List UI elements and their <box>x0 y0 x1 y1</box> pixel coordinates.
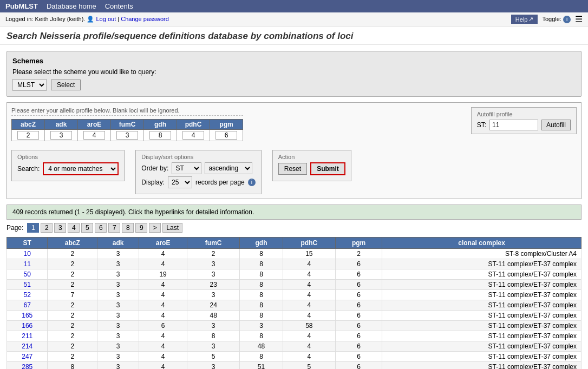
cell-st-6[interactable]: 165 <box>7 311 48 321</box>
contents-link[interactable]: Contents <box>105 2 133 10</box>
st-link-11[interactable]: 285 <box>22 363 32 369</box>
cell-pdhC-6: 4 <box>283 311 335 321</box>
select-scheme-button[interactable]: Select <box>51 80 81 90</box>
page-button-3[interactable]: 3 <box>54 223 66 233</box>
autofill-title: Autofill profile <box>477 111 571 117</box>
cell-aroE-11: 4 <box>139 362 187 370</box>
cell-st-10[interactable]: 247 <box>7 352 48 362</box>
database-home-link[interactable]: Database home <box>47 2 96 10</box>
cell-abcZ-4: 7 <box>48 290 97 300</box>
page-button-1[interactable]: 1 <box>27 223 39 233</box>
page-next-button[interactable]: > <box>149 223 161 233</box>
cell-pdhC-1: 4 <box>283 259 335 269</box>
st-input[interactable] <box>489 120 538 130</box>
options-group: Options Search: 4 or more matches exact … <box>11 150 125 181</box>
cell-pdhC-8: 4 <box>283 331 335 341</box>
page-button-5[interactable]: 5 <box>81 223 93 233</box>
page-button-4[interactable]: 4 <box>68 223 80 233</box>
table-row: 16523448846ST-11 complex/ET-37 complex <box>7 311 582 321</box>
cell-st-3[interactable]: 51 <box>7 280 48 290</box>
locus-header-adk: adk <box>45 120 78 130</box>
cell-st-8[interactable]: 211 <box>7 331 48 341</box>
results-info: 409 records returned (1 - 25 displayed).… <box>6 205 582 220</box>
allele-aroE-input[interactable] <box>83 131 105 140</box>
st-link-8[interactable]: 211 <box>22 332 32 340</box>
submit-button[interactable]: Submit <box>310 162 345 175</box>
cell-pgm-11: 6 <box>335 362 382 370</box>
allele-abcZ-input[interactable] <box>17 131 39 140</box>
st-link-6[interactable]: 165 <box>22 312 32 319</box>
st-link-2[interactable]: 50 <box>24 271 31 278</box>
order-dropdown[interactable]: ST abcZ adk aroE fumC gdh pdhC pgm <box>172 162 201 174</box>
locus-header-fumC: fumC <box>111 120 144 130</box>
st-link-7[interactable]: 166 <box>22 322 32 330</box>
allele-gdh-input[interactable] <box>149 131 171 140</box>
col-header-clonal: clonal complex <box>382 238 582 249</box>
cell-gdh-2: 8 <box>240 269 283 280</box>
cell-fumC-8: 8 <box>187 331 240 341</box>
pubmlst-logo[interactable]: PubMLST <box>5 2 38 10</box>
cell-clonal-4: ST-11 complex/ET-37 complex <box>382 290 582 300</box>
direction-dropdown[interactable]: ascending descending <box>205 162 252 174</box>
cell-pdhC-7: 58 <box>283 321 335 331</box>
cell-abcZ-11: 8 <box>48 362 97 370</box>
col-header-abcZ: abcZ <box>48 238 97 249</box>
cell-pdhC-11: 5 <box>283 362 335 370</box>
logout-link[interactable]: Log out <box>96 16 116 22</box>
cell-abcZ-1: 2 <box>48 259 97 269</box>
login-bar-right: Help ↗ Toggle: i ☰ <box>511 14 583 24</box>
table-row: 2472345846ST-11 complex/ET-37 complex <box>7 352 582 362</box>
autofill-button[interactable]: Autofill <box>541 120 571 130</box>
per-page-info-icon[interactable]: i <box>248 179 256 186</box>
cell-fumC-6: 48 <box>187 311 240 321</box>
cell-aroE-9: 4 <box>139 341 187 352</box>
cell-st-2[interactable]: 50 <box>7 269 48 280</box>
st-link-1[interactable]: 11 <box>24 260 31 268</box>
scheme-dropdown[interactable]: MLST <box>12 79 47 91</box>
page-last-button[interactable]: Last <box>162 223 182 233</box>
cell-pdhC-2: 4 <box>283 269 335 280</box>
cell-fumC-9: 3 <box>187 341 240 352</box>
cell-st-9[interactable]: 214 <box>7 341 48 352</box>
allele-fumC-input[interactable] <box>116 131 138 140</box>
cell-st-1[interactable]: 11 <box>7 259 48 269</box>
reset-button[interactable]: Reset <box>278 163 307 175</box>
cell-st-7[interactable]: 166 <box>7 321 48 331</box>
search-dropdown[interactable]: 4 or more matches exact match 1 or more … <box>43 162 119 175</box>
page-button-7[interactable]: 7 <box>108 223 120 233</box>
cell-st-0[interactable]: 10 <box>7 249 48 259</box>
st-link-4[interactable]: 52 <box>24 291 31 299</box>
allele-adk-input[interactable] <box>50 131 72 140</box>
st-link-9[interactable]: 214 <box>22 342 32 350</box>
allele-pgm-input[interactable] <box>215 131 237 140</box>
cell-st-5[interactable]: 67 <box>7 300 48 311</box>
st-link-5[interactable]: 67 <box>24 301 31 309</box>
cell-aroE-7: 6 <box>139 321 187 331</box>
info-icon[interactable]: i <box>563 16 571 23</box>
search-label: Search: <box>17 165 40 173</box>
page-button-8[interactable]: 8 <box>122 223 134 233</box>
change-password-link[interactable]: Change password <box>121 16 169 22</box>
st-label: ST: <box>477 121 486 129</box>
hamburger-icon[interactable]: ☰ <box>575 14 583 24</box>
cell-st-4[interactable]: 52 <box>7 290 48 300</box>
cell-pdhC-0: 15 <box>283 249 335 259</box>
schemes-title: Schemes <box>12 57 576 65</box>
allele-pdhC-input[interactable] <box>182 131 204 140</box>
cell-pdhC-10: 4 <box>283 352 335 362</box>
st-link-0[interactable]: 10 <box>24 250 31 258</box>
page-button-6[interactable]: 6 <box>95 223 107 233</box>
login-info: Logged in: Keith Jolley (keith). 👤 Log o… <box>5 16 169 23</box>
cell-aroE-3: 4 <box>139 280 187 290</box>
st-link-10[interactable]: 247 <box>22 353 32 360</box>
cell-fumC-5: 24 <box>187 300 240 311</box>
cell-clonal-6: ST-11 complex/ET-37 complex <box>382 311 582 321</box>
order-row: Order by: ST abcZ adk aroE fumC gdh pdhC… <box>141 162 255 174</box>
per-page-dropdown[interactable]: 25 50 100 200 <box>168 176 192 188</box>
page-button-9[interactable]: 9 <box>135 223 147 233</box>
cell-st-11[interactable]: 285 <box>7 362 48 370</box>
st-link-3[interactable]: 51 <box>24 281 31 288</box>
page-button-2[interactable]: 2 <box>41 223 53 233</box>
help-button[interactable]: Help ↗ <box>511 15 538 24</box>
cell-fumC-2: 3 <box>187 269 240 280</box>
